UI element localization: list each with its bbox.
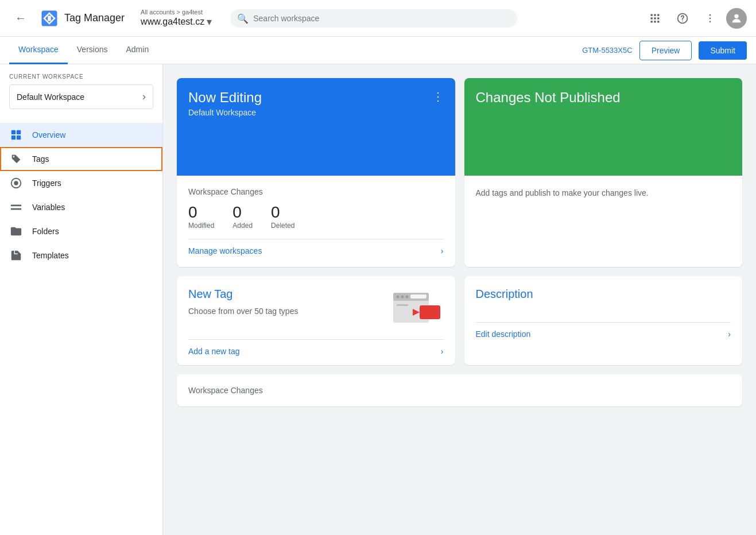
now-editing-body: Workspace Changes 0 Modified 0 Added 0 D [177, 176, 455, 267]
folders-icon [9, 225, 23, 238]
account-selector[interactable]: All accounts > ga4test www.ga4test.cz ▾ [141, 9, 212, 28]
svg-rect-10 [651, 21, 653, 22]
svg-point-18 [734, 14, 738, 18]
svg-rect-19 [11, 130, 15, 134]
sidebar-item-label-overview: Overview [32, 130, 65, 139]
sidebar-nav: Overview Tags Trigger [0, 118, 162, 535]
help-button[interactable] [671, 7, 694, 30]
gtm-id[interactable]: GTM-5533X5C [582, 46, 632, 55]
sidebar-item-templates[interactable]: Templates [0, 243, 162, 268]
svg-rect-37 [397, 314, 422, 315]
svg-point-17 [710, 21, 711, 22]
not-published-body: Add tags and publish to make your change… [464, 176, 743, 222]
svg-rect-20 [17, 130, 21, 134]
avatar-icon [730, 12, 743, 25]
not-published-header: Changes Not Published [464, 78, 743, 176]
nav-tabs: Workspace Versions Admin GTM-5533X5C Pre… [0, 37, 756, 64]
help-icon [677, 13, 688, 24]
svg-rect-11 [654, 21, 656, 22]
workspace-section: CURRENT WORKSPACE Default Workspace › [0, 73, 162, 118]
account-dropdown-arrow: ▾ [207, 15, 212, 28]
templates-icon [9, 249, 23, 262]
now-editing-subtitle: Default Workspace [188, 108, 262, 117]
preview-button[interactable]: Preview [639, 41, 692, 60]
now-editing-title: Now Editing [188, 90, 262, 106]
edit-description-arrow: › [728, 329, 731, 339]
deleted-stat: 0 Deleted [271, 203, 294, 230]
overview-icon [9, 129, 23, 141]
sidebar-item-label-triggers: Triggers [32, 179, 61, 188]
new-tag-info: New Tag Choose from over 50 tag types [188, 288, 385, 317]
svg-rect-33 [410, 294, 427, 298]
more-button[interactable] [699, 7, 722, 30]
sidebar-item-label-variables: Variables [32, 203, 65, 212]
apps-button[interactable] [643, 7, 666, 30]
sidebar-item-label-folders: Folders [32, 227, 59, 236]
new-tag-illustration [392, 288, 444, 328]
search-input[interactable] [230, 9, 517, 28]
svg-point-25 [14, 181, 18, 185]
bottom-cards-grid: New Tag Choose from over 50 tag types [177, 276, 742, 365]
now-editing-header: Now Editing Default Workspace ⋮ [177, 78, 455, 176]
svg-rect-26 [11, 204, 21, 206]
submit-button[interactable]: Submit [699, 41, 747, 60]
now-editing-menu-button[interactable]: ⋮ [432, 90, 444, 103]
workspace-selector[interactable]: Default Workspace › [9, 84, 153, 109]
account-name[interactable]: www.ga4test.cz ▾ [141, 15, 212, 28]
topbar: ← Tag Manager All accounts > ga4test www… [0, 0, 756, 37]
svg-point-30 [396, 296, 399, 298]
svg-rect-12 [657, 21, 659, 22]
svg-point-15 [710, 14, 711, 15]
app-name: Tag Manager [64, 12, 125, 24]
back-button[interactable]: ← [9, 7, 32, 30]
tab-workspace[interactable]: Workspace [9, 37, 68, 64]
add-new-tag-arrow: › [441, 347, 444, 356]
modified-count: 0 [188, 203, 214, 222]
new-tag-body: New Tag Choose from over 50 tag types [177, 276, 455, 339]
triggers-icon [9, 177, 23, 189]
svg-rect-9 [657, 17, 659, 19]
svg-rect-8 [654, 17, 656, 19]
svg-rect-3 [48, 15, 51, 21]
svg-rect-7 [651, 17, 653, 19]
description-card: Description Edit description › [464, 276, 743, 365]
sidebar-item-overview[interactable]: Overview [0, 123, 162, 147]
svg-rect-38 [420, 305, 440, 319]
svg-rect-6 [657, 14, 659, 15]
added-label: Added [232, 222, 253, 230]
workspace-changes-bottom-body: Workspace Changes [177, 374, 742, 406]
sidebar-item-folders[interactable]: Folders [0, 219, 162, 243]
sidebar-item-triggers[interactable]: Triggers [0, 171, 162, 195]
workspace-name: Default Workspace [17, 92, 84, 102]
manage-workspaces-link[interactable]: Manage workspaces › [188, 239, 444, 255]
tags-icon [9, 153, 23, 165]
description-title: Description [476, 288, 731, 301]
added-count: 0 [232, 203, 253, 222]
tab-admin[interactable]: Admin [117, 37, 158, 64]
avatar[interactable] [726, 8, 747, 29]
workspace-changes-row: 0 Modified 0 Added 0 Deleted [188, 203, 444, 230]
sidebar-item-tags[interactable]: Tags [0, 147, 162, 171]
sidebar-item-label-templates: Templates [32, 251, 69, 260]
tab-versions[interactable]: Versions [68, 37, 117, 64]
svg-rect-27 [11, 208, 21, 210]
account-breadcrumb: All accounts > ga4test [141, 9, 212, 15]
content-area: Now Editing Default Workspace ⋮ Workspac… [163, 64, 756, 535]
svg-point-31 [401, 296, 404, 298]
manage-workspaces-arrow: › [441, 246, 444, 255]
add-new-tag-link[interactable]: Add a new tag › [188, 339, 444, 356]
top-cards-grid: Now Editing Default Workspace ⋮ Workspac… [177, 78, 742, 267]
not-published-title: Changes Not Published [476, 90, 621, 106]
svg-rect-34 [397, 304, 408, 306]
modified-label: Modified [188, 222, 214, 230]
now-editing-header-text: Now Editing Default Workspace [188, 90, 262, 117]
topbar-actions [643, 7, 747, 30]
svg-point-23 [13, 156, 15, 158]
deleted-label: Deleted [271, 222, 294, 230]
sidebar-item-label-tags: Tags [32, 154, 49, 164]
edit-description-link[interactable]: Edit description › [476, 322, 731, 339]
new-tag-description: Choose from over 50 tag types [188, 305, 385, 317]
svg-rect-5 [654, 14, 656, 15]
variables-icon [9, 201, 23, 214]
sidebar-item-variables[interactable]: Variables [0, 195, 162, 219]
